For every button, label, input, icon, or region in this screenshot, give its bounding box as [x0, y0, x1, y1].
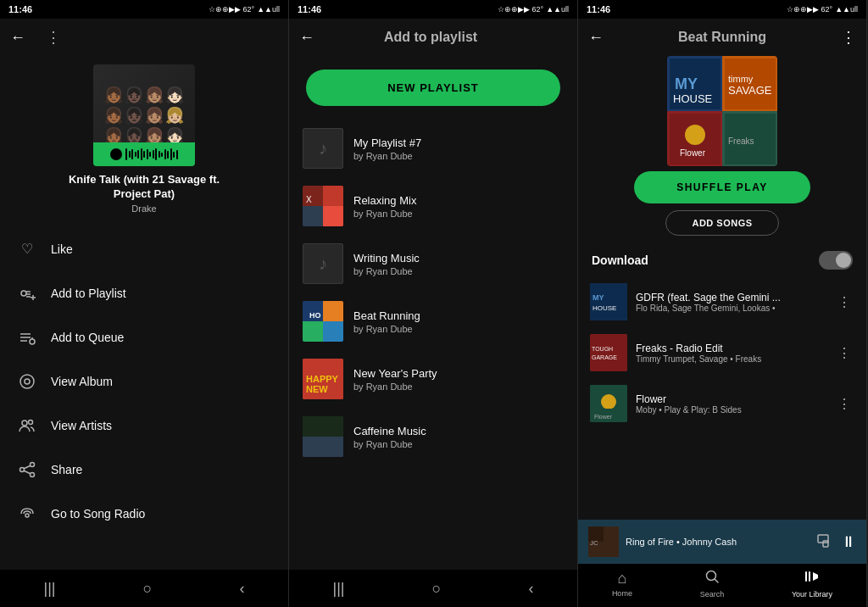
network-text-2: ▲▲ull	[546, 5, 569, 14]
menu-item-like[interactable]: ♡ Like	[0, 227, 288, 271]
svg-text:MY: MY	[675, 75, 698, 92]
pause-icon[interactable]: ⏸	[841, 533, 856, 551]
art-quad-2: timmySAVAGE	[722, 56, 777, 111]
track-more-gdfr[interactable]: ⋮	[834, 291, 854, 314]
song-artist: Drake	[131, 203, 156, 214]
share-icon	[17, 459, 37, 480]
playlist-item-writing[interactable]: ♪ Writing Music by Ryan Dube	[289, 235, 577, 292]
radio-icon	[17, 504, 37, 524]
now-playing-bar: JC Ring of Fire • Johnny Cash ⏸	[578, 520, 866, 564]
album-icon	[17, 371, 37, 392]
panel2-title: Add to playlist	[314, 30, 547, 45]
menu-item-song-radio[interactable]: Go to Song Radio	[0, 492, 288, 536]
nav-bar-2: ← Add to playlist	[289, 19, 577, 56]
track-item-flower[interactable]: Flower Flower Moby • Play & Play: B Side…	[578, 378, 866, 429]
playlist-by-newyear: by Ryan Dube	[353, 381, 564, 392]
tab-search[interactable]: Search	[700, 569, 725, 599]
svg-point-56	[601, 394, 616, 409]
track-more-freaks[interactable]: ⋮	[834, 342, 854, 365]
svg-point-17	[31, 472, 35, 476]
np-title: Ring of Fire • Johnny Cash	[626, 537, 810, 547]
add-playlist-icon	[17, 283, 37, 304]
beat-running-panel: 11:46 ☆⊕⊕▶▶ 62° ▲▲ull ← Beat Running ⋮ M…	[578, 0, 867, 607]
nav-back-2[interactable]: ‹	[511, 573, 550, 604]
svg-text:Flower: Flower	[680, 148, 706, 158]
svg-rect-29	[323, 301, 343, 321]
signal-text-3: ☆⊕⊕▶▶ 62°	[787, 5, 832, 14]
toggle-knob	[836, 253, 851, 268]
playlist-info-writing: Writing Music by Ryan Dube	[353, 252, 564, 276]
track-name-flower: Flower	[636, 393, 826, 405]
download-label: Download	[592, 253, 648, 267]
nav-home-2[interactable]: ○	[415, 573, 459, 604]
bottom-nav-1: ||| ○ ‹	[0, 570, 288, 607]
back-button-3[interactable]: ←	[588, 29, 604, 47]
playlist-thumb-my7: ♪	[303, 128, 343, 169]
bottom-nav-2: ||| ○ ‹	[289, 570, 577, 607]
playlist-info-relaxing: Relaxing Mix by Ryan Dube	[353, 194, 564, 219]
back-button-2[interactable]: ←	[299, 29, 314, 47]
add-songs-button[interactable]: ADD SONGS	[665, 210, 778, 236]
status-icons-2: ☆⊕⊕▶▶ 62° ▲▲ull	[498, 5, 569, 14]
menu-item-view-artists[interactable]: View Artists	[0, 404, 288, 448]
menu-item-share[interactable]: Share	[0, 448, 288, 492]
emoji-grid: 👧🏾👧🏿👧🏽👧🏻 👧🏾👧🏿👧🏽👧🏼 👧🏾👧🏿👧🏽👧🏻	[97, 79, 191, 152]
home-icon: ⌂	[617, 570, 626, 588]
svg-point-12	[25, 379, 30, 384]
menu-item-add-playlist[interactable]: Add to Playlist	[0, 271, 288, 315]
nav-home-1[interactable]: ○	[126, 573, 170, 604]
playlist-name-newyear: New Year's Party	[353, 367, 564, 380]
playlist-item-beat[interactable]: HO Beat Running by Ryan Dube	[289, 292, 577, 350]
status-time-2: 11:46	[298, 4, 321, 14]
nav-back-1[interactable]: ‹	[222, 573, 261, 604]
svg-point-14	[29, 420, 33, 424]
tab-library[interactable]: Your Library	[792, 569, 832, 599]
track-thumb-flower: Flower	[590, 385, 627, 422]
status-time-3: 11:46	[587, 4, 610, 14]
tab-home[interactable]: ⌂ Home	[612, 570, 632, 598]
playlist-art: MYHOUSE timmySAVAGE Flower Freaks	[667, 56, 777, 166]
status-time-1: 11:46	[8, 4, 32, 14]
more-button-1[interactable]: ⋮	[46, 28, 61, 47]
library-tab-label: Your Library	[792, 590, 832, 599]
status-icons-3: ☆⊕⊕▶▶ 62° ▲▲ull	[787, 5, 858, 14]
more-button-3[interactable]: ⋮	[841, 28, 856, 47]
playlist-item-my7[interactable]: ♪ My Playlist #7 by Ryan Dube	[289, 120, 577, 177]
new-playlist-button[interactable]: NEW PLAYLIST	[306, 70, 560, 106]
track-sub-flower: Moby • Play & Play: B Sides	[636, 405, 826, 415]
playlist-item-newyear[interactable]: HAPPY NEW New Year's Party by Ryan Dube	[289, 350, 577, 408]
svg-text:X: X	[306, 195, 312, 204]
np-controls: ⏸	[817, 533, 856, 551]
playlist-by-beat: by Ryan Dube	[353, 324, 564, 334]
menu-item-view-album[interactable]: View Album	[0, 359, 288, 404]
song-radio-label: Go to Song Radio	[51, 507, 145, 521]
download-toggle[interactable]	[819, 251, 853, 270]
track-sub-gdfr: Flo Rida, Sage The Gemini, Lookas •	[636, 304, 826, 313]
like-label: Like	[51, 242, 73, 256]
search-icon	[704, 569, 720, 588]
download-row: Download	[578, 244, 866, 276]
shuffle-play-button[interactable]: SHUFFLE PLAY	[634, 171, 810, 203]
playlist-info-my7: My Playlist #7 by Ryan Dube	[353, 136, 564, 161]
menu-item-add-queue[interactable]: Add to Queue	[0, 315, 288, 359]
track-more-flower[interactable]: ⋮	[834, 393, 854, 415]
track-item-gdfr[interactable]: MYHOUSE GDFR (feat. Sage the Gemini ... …	[578, 276, 866, 327]
waveform	[125, 148, 178, 160]
beat-running-title: Beat Running	[604, 30, 841, 45]
playlist-info-newyear: New Year's Party by Ryan Dube	[353, 367, 564, 392]
playlist-item-relaxing[interactable]: X Relaxing Mix by Ryan Dube	[289, 177, 577, 235]
svg-text:HO: HO	[309, 311, 321, 320]
playlist-name-beat: Beat Running	[353, 309, 564, 322]
svg-line-65	[715, 579, 718, 582]
playlist-name-caffeine: Caffeine Music	[353, 425, 564, 437]
track-item-freaks[interactable]: TOUGHGARAGE Freaks - Radio Edit Timmy Tr…	[578, 327, 866, 378]
song-title: Knife Talk (with 21 Savage ft.Project Pa…	[69, 173, 220, 202]
nav-lines-2[interactable]: |||	[316, 573, 362, 604]
playlist-item-caffeine[interactable]: Caffeine Music by Ryan Dube	[289, 408, 577, 465]
nav-lines-1[interactable]: |||	[27, 573, 73, 604]
playlist-name-my7: My Playlist #7	[353, 136, 564, 149]
svg-rect-23	[323, 186, 343, 206]
back-button-1[interactable]: ←	[10, 29, 25, 47]
device-icon[interactable]	[817, 534, 834, 550]
playlist-thumb-caffeine	[303, 416, 343, 457]
